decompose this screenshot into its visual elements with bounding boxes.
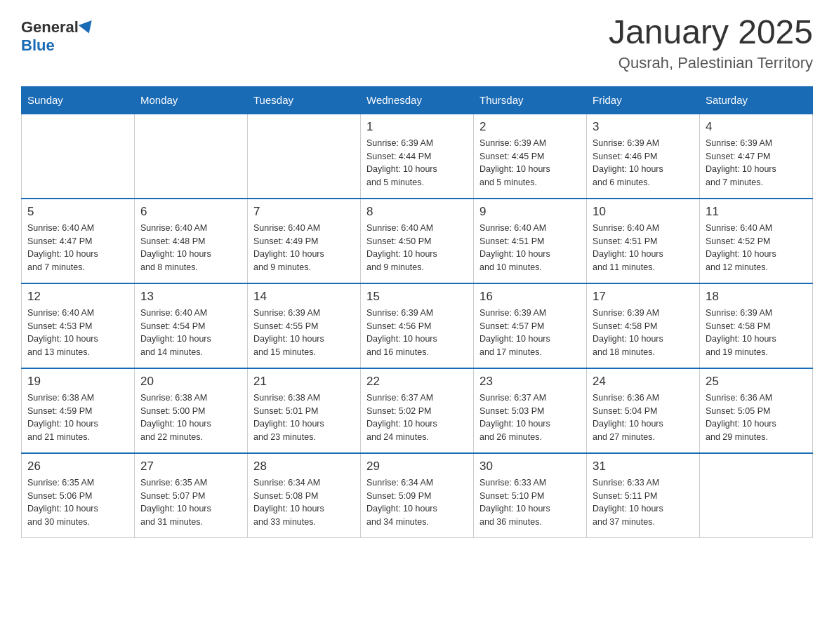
day-number: 21: [253, 375, 355, 389]
day-number: 13: [140, 290, 241, 304]
header-day-sunday: Sunday: [22, 86, 135, 114]
day-number: 27: [140, 459, 241, 474]
day-info: Sunrise: 6:39 AMSunset: 4:58 PMDaylight:…: [706, 307, 807, 359]
day-info: Sunrise: 6:34 AMSunset: 5:09 PMDaylight:…: [366, 476, 468, 529]
day-number: 11: [706, 205, 807, 219]
calendar-cell: 2Sunrise: 6:39 AMSunset: 4:45 PMDaylight…: [474, 114, 587, 199]
day-number: 12: [27, 290, 128, 304]
calendar-cell: 1Sunrise: 6:39 AMSunset: 4:44 PMDaylight…: [361, 114, 474, 199]
day-info: Sunrise: 6:40 AMSunset: 4:53 PMDaylight:…: [27, 307, 128, 359]
calendar-cell: [248, 114, 361, 199]
day-info: Sunrise: 6:34 AMSunset: 5:08 PMDaylight:…: [253, 476, 355, 529]
logo-text: General Blue: [21, 18, 94, 55]
day-number: 26: [27, 459, 128, 474]
day-number: 5: [27, 205, 128, 219]
calendar-cell: [135, 114, 248, 199]
calendar-title: January 2025: [609, 14, 813, 51]
calendar-cell: 7Sunrise: 6:40 AMSunset: 4:49 PMDaylight…: [248, 199, 361, 283]
calendar-cell: 22Sunrise: 6:37 AMSunset: 5:02 PMDayligh…: [361, 368, 474, 453]
calendar-cell: 16Sunrise: 6:39 AMSunset: 4:57 PMDayligh…: [474, 283, 587, 368]
day-info: Sunrise: 6:39 AMSunset: 4:47 PMDaylight:…: [706, 137, 807, 189]
day-info: Sunrise: 6:35 AMSunset: 5:07 PMDaylight:…: [140, 476, 241, 529]
day-info: Sunrise: 6:39 AMSunset: 4:58 PMDaylight:…: [593, 307, 694, 359]
day-number: 1: [366, 120, 468, 134]
calendar-cell: 18Sunrise: 6:39 AMSunset: 4:58 PMDayligh…: [700, 283, 813, 368]
day-info: Sunrise: 6:40 AMSunset: 4:47 PMDaylight:…: [27, 222, 128, 274]
calendar-cell: 8Sunrise: 6:40 AMSunset: 4:50 PMDaylight…: [361, 199, 474, 283]
day-number: 31: [593, 459, 694, 474]
calendar-cell: 6Sunrise: 6:40 AMSunset: 4:48 PMDaylight…: [135, 199, 248, 283]
day-number: 28: [253, 459, 355, 474]
day-number: 8: [366, 205, 468, 219]
week-row-1: 1Sunrise: 6:39 AMSunset: 4:44 PMDaylight…: [22, 114, 813, 199]
day-info: Sunrise: 6:40 AMSunset: 4:51 PMDaylight:…: [593, 222, 694, 274]
calendar-cell: 31Sunrise: 6:33 AMSunset: 5:11 PMDayligh…: [587, 453, 700, 538]
day-info: Sunrise: 6:37 AMSunset: 5:02 PMDaylight:…: [366, 391, 468, 444]
day-info: Sunrise: 6:33 AMSunset: 5:11 PMDaylight:…: [593, 476, 694, 529]
day-info: Sunrise: 6:40 AMSunset: 4:50 PMDaylight:…: [366, 222, 468, 274]
calendar-cell: 5Sunrise: 6:40 AMSunset: 4:47 PMDaylight…: [22, 199, 135, 283]
day-number: 14: [253, 290, 355, 304]
calendar-cell: 12Sunrise: 6:40 AMSunset: 4:53 PMDayligh…: [22, 283, 135, 368]
day-info: Sunrise: 6:38 AMSunset: 4:59 PMDaylight:…: [27, 391, 128, 444]
day-number: 18: [706, 290, 807, 304]
title-area: January 2025 Qusrah, Palestinian Territo…: [609, 14, 813, 72]
logo: General Blue: [21, 14, 94, 55]
header: General Blue January 2025 Qusrah, Palest…: [21, 14, 813, 72]
day-info: Sunrise: 6:36 AMSunset: 5:05 PMDaylight:…: [706, 391, 807, 444]
calendar-cell: 10Sunrise: 6:40 AMSunset: 4:51 PMDayligh…: [587, 199, 700, 283]
day-info: Sunrise: 6:39 AMSunset: 4:45 PMDaylight:…: [479, 137, 581, 189]
day-number: 29: [366, 459, 468, 474]
day-info: Sunrise: 6:33 AMSunset: 5:10 PMDaylight:…: [479, 476, 581, 529]
logo-general: General: [21, 18, 79, 36]
calendar-cell: [700, 453, 813, 538]
day-number: 22: [366, 375, 468, 389]
calendar-cell: 21Sunrise: 6:38 AMSunset: 5:01 PMDayligh…: [248, 368, 361, 453]
day-info: Sunrise: 6:35 AMSunset: 5:06 PMDaylight:…: [27, 476, 128, 529]
day-number: 3: [593, 120, 694, 134]
day-info: Sunrise: 6:40 AMSunset: 4:54 PMDaylight:…: [140, 307, 241, 359]
calendar-cell: 17Sunrise: 6:39 AMSunset: 4:58 PMDayligh…: [587, 283, 700, 368]
calendar-cell: 3Sunrise: 6:39 AMSunset: 4:46 PMDaylight…: [587, 114, 700, 199]
calendar-cell: 11Sunrise: 6:40 AMSunset: 4:52 PMDayligh…: [700, 199, 813, 283]
day-number: 10: [593, 205, 694, 219]
calendar-cell: 26Sunrise: 6:35 AMSunset: 5:06 PMDayligh…: [22, 453, 135, 538]
day-info: Sunrise: 6:36 AMSunset: 5:04 PMDaylight:…: [593, 391, 694, 444]
day-number: 9: [479, 205, 581, 219]
calendar-cell: 14Sunrise: 6:39 AMSunset: 4:55 PMDayligh…: [248, 283, 361, 368]
calendar-cell: 25Sunrise: 6:36 AMSunset: 5:05 PMDayligh…: [700, 368, 813, 453]
day-number: 15: [366, 290, 468, 304]
calendar-cell: 4Sunrise: 6:39 AMSunset: 4:47 PMDaylight…: [700, 114, 813, 199]
day-number: 23: [479, 375, 581, 389]
logo-triangle-icon: [79, 20, 95, 36]
header-day-thursday: Thursday: [474, 86, 587, 114]
day-info: Sunrise: 6:38 AMSunset: 5:01 PMDaylight:…: [253, 391, 355, 444]
header-day-monday: Monday: [135, 86, 248, 114]
day-info: Sunrise: 6:40 AMSunset: 4:52 PMDaylight:…: [706, 222, 807, 274]
day-number: 24: [593, 375, 694, 389]
day-number: 17: [593, 290, 694, 304]
logo-blue: Blue: [21, 36, 55, 54]
calendar-cell: 13Sunrise: 6:40 AMSunset: 4:54 PMDayligh…: [135, 283, 248, 368]
calendar-cell: 23Sunrise: 6:37 AMSunset: 5:03 PMDayligh…: [474, 368, 587, 453]
calendar-cell: 9Sunrise: 6:40 AMSunset: 4:51 PMDaylight…: [474, 199, 587, 283]
day-info: Sunrise: 6:39 AMSunset: 4:56 PMDaylight:…: [366, 307, 468, 359]
day-info: Sunrise: 6:39 AMSunset: 4:57 PMDaylight:…: [479, 307, 581, 359]
week-row-3: 12Sunrise: 6:40 AMSunset: 4:53 PMDayligh…: [22, 283, 813, 368]
day-info: Sunrise: 6:37 AMSunset: 5:03 PMDaylight:…: [479, 391, 581, 444]
calendar-cell: 27Sunrise: 6:35 AMSunset: 5:07 PMDayligh…: [135, 453, 248, 538]
day-info: Sunrise: 6:39 AMSunset: 4:46 PMDaylight:…: [593, 137, 694, 189]
day-number: 7: [253, 205, 355, 219]
day-number: 19: [27, 375, 128, 389]
calendar-cell: [22, 114, 135, 199]
day-info: Sunrise: 6:40 AMSunset: 4:51 PMDaylight:…: [479, 222, 581, 274]
day-number: 30: [479, 459, 581, 474]
calendar-subtitle: Qusrah, Palestinian Territory: [609, 54, 813, 72]
calendar-cell: 19Sunrise: 6:38 AMSunset: 4:59 PMDayligh…: [22, 368, 135, 453]
calendar-cell: 28Sunrise: 6:34 AMSunset: 5:08 PMDayligh…: [248, 453, 361, 538]
header-day-friday: Friday: [587, 86, 700, 114]
day-number: 25: [706, 375, 807, 389]
calendar-cell: 15Sunrise: 6:39 AMSunset: 4:56 PMDayligh…: [361, 283, 474, 368]
day-info: Sunrise: 6:40 AMSunset: 4:49 PMDaylight:…: [253, 222, 355, 274]
calendar-cell: 29Sunrise: 6:34 AMSunset: 5:09 PMDayligh…: [361, 453, 474, 538]
